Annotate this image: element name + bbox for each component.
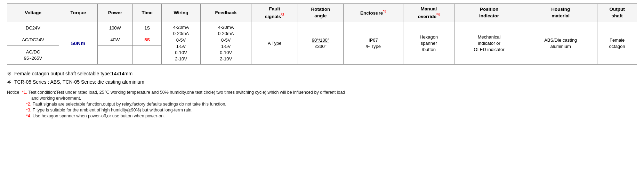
cell-time-5s: 5S — [133, 34, 162, 46]
cell-time-1s: 1S — [133, 22, 162, 34]
col-position: Positionindicator — [454, 4, 524, 22]
cell-rotation: 90°/180°≤330° — [298, 22, 343, 65]
col-housing: Housingmaterial — [524, 4, 597, 22]
cell-voltage-dc24v: DC24V — [7, 22, 59, 34]
cell-feedback: 4-20mA0-20mA0-5V1-5V0-10V2-10V — [201, 22, 251, 65]
col-manual: Manualoverride*4 — [403, 4, 454, 22]
col-rotation: Rotationangle — [298, 4, 343, 22]
cell-power-40w: 40W — [97, 34, 133, 46]
col-power: Power — [97, 4, 133, 22]
notice-key-1: *1. — [22, 90, 27, 95]
cell-torque: 50Nm — [59, 22, 97, 65]
note-symbol-2: ※ — [7, 79, 11, 85]
cell-housing: ABS/Die castingaluminium — [524, 22, 597, 65]
table-row-dc24v: DC24V 50Nm 100W 1S 4-20mA0-20mA0-5V1-5V0… — [7, 22, 637, 34]
col-fault: Faultsignals*2 — [251, 4, 298, 22]
notes-section: ※ Female octagon output shaft selectable… — [7, 71, 637, 85]
notice-line-3: *3. F type is suitable for the ambient o… — [7, 108, 637, 112]
notice-label: Notice — [7, 90, 19, 95]
cell-power-empty — [97, 46, 133, 65]
notice-text-3: F type is suitable for the ambient of hi… — [33, 108, 193, 112]
notice-line-1: Notice *1. Test condition:Test under rat… — [7, 90, 637, 95]
cell-time-empty — [133, 46, 162, 65]
note-text-2: TCR-05 Series : ABS, TCN-05 Series: die … — [14, 79, 144, 85]
note-item-1: ※ Female octagon output shaft selectable… — [7, 71, 637, 77]
note-item-2: ※ TCR-05 Series : ABS, TCN-05 Series: di… — [7, 79, 637, 85]
col-enclosure: Enclosure*3 — [343, 4, 403, 22]
notice-text-2: Fault signals are selectable function,ou… — [33, 102, 226, 107]
notice-text-1b: and working environment. — [31, 96, 81, 101]
cell-output: Femaleoctagon — [597, 22, 637, 65]
cell-voltage-acdc95: AC/DC95~265V — [7, 46, 59, 65]
col-torque: Torque — [59, 4, 97, 22]
cell-power-100w: 100W — [97, 22, 133, 34]
spec-table: Voltage Torque Power Time Wiring Feedbac… — [7, 3, 637, 65]
col-voltage: Voltage — [7, 4, 59, 22]
notice-section: Notice *1. Test condition:Test under rat… — [7, 90, 637, 118]
notice-line-2: *2. Fault signals are selectable functio… — [7, 102, 637, 107]
notice-key-3: *3. — [26, 108, 31, 112]
notice-text-4: Use hexagon spanner when power-off,or us… — [33, 114, 165, 118]
cell-fault: A Type — [251, 22, 298, 65]
col-output: Outputshaft — [597, 4, 637, 22]
note-text-1: Female octagon output shaft selectable t… — [14, 71, 132, 76]
cell-wiring: 4-20mA0-20mA0-5V1-5V0-10V2-10V — [161, 22, 200, 65]
col-time: Time — [133, 4, 162, 22]
col-wiring: Wiring — [161, 4, 200, 22]
cell-voltage-acdc24v: AC/DC24V — [7, 34, 59, 46]
cell-enclosure: IP67/F Type — [343, 22, 403, 65]
table-header-row: Voltage Torque Power Time Wiring Feedbac… — [7, 4, 637, 22]
notice-key-2: *2. — [26, 102, 31, 107]
notice-line-1b: and working environment. — [7, 96, 637, 101]
notice-key-4: *4. — [26, 114, 31, 118]
col-feedback: Feedback — [201, 4, 251, 22]
notice-line-4: *4. Use hexagon spanner when power-off,o… — [7, 114, 637, 118]
cell-position: Mechanicalindicator orOLED indicator — [454, 22, 524, 65]
notice-text-1: Test condition:Test under rated load, 25… — [28, 90, 345, 95]
note-symbol-1: ※ — [7, 71, 11, 77]
spec-table-wrapper: Voltage Torque Power Time Wiring Feedbac… — [7, 3, 637, 65]
cell-manual: Hexagonspanner/button — [403, 22, 454, 65]
